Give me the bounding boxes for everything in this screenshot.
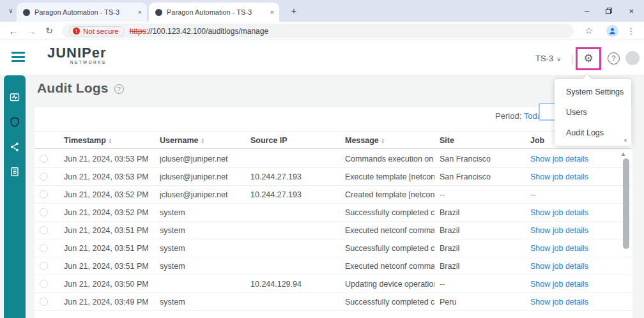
row-radio-button[interactable] bbox=[40, 208, 48, 216]
cell-source-ip bbox=[250, 239, 340, 257]
cell-username: jcluser@juniper.net bbox=[160, 168, 245, 186]
cell-message: Executed netconf command on d... bbox=[345, 257, 434, 275]
cell-username: jcluser@juniper.net bbox=[160, 150, 245, 168]
row-radio-button[interactable] bbox=[40, 280, 48, 288]
environment-label: TS-3 bbox=[535, 54, 553, 63]
sidebar-item-topology-share[interactable] bbox=[9, 141, 20, 153]
cell-timestamp: Jun 21, 2024, 03:51 PM bbox=[64, 222, 155, 239]
row-radio-button[interactable] bbox=[40, 226, 48, 234]
column-header-source-ip: Source IP bbox=[250, 132, 340, 149]
url-rest: ://100.123.42.100/auditlogs/manage bbox=[146, 27, 268, 36]
cell-timestamp: Jun 21, 2024, 03:50 PM bbox=[64, 275, 155, 293]
cell-site: Brazil bbox=[440, 257, 525, 275]
cell-site: Peru bbox=[440, 293, 525, 311]
job-details-link[interactable]: Show job details bbox=[530, 150, 626, 168]
url-scheme: https bbox=[130, 27, 146, 36]
cell-source-ip bbox=[250, 204, 340, 222]
cell-site: San Francisco bbox=[440, 150, 525, 168]
cell-username: system bbox=[160, 257, 245, 275]
cell-message: Successfully completed commit n... bbox=[345, 293, 434, 311]
browser-tab-1[interactable]: Paragon Automation - TS-3 × bbox=[17, 3, 147, 22]
settings-gear-icon[interactable]: ⚙ bbox=[581, 52, 596, 66]
row-radio-button[interactable] bbox=[40, 244, 48, 252]
menu-scroll-down-icon[interactable]: ▼ bbox=[623, 138, 628, 144]
job-details-link[interactable]: Show job details bbox=[530, 239, 626, 257]
cell-source-ip bbox=[250, 257, 340, 275]
juniper-logo[interactable]: JUNIPer NETWORKS bbox=[47, 46, 107, 64]
cell-site: San Francisco bbox=[440, 168, 525, 186]
not-secure-chip[interactable]: ! Not secure bbox=[69, 26, 125, 36]
column-header-username[interactable]: Username▴▾ bbox=[160, 132, 245, 149]
tab-search-icon[interactable]: ∨ bbox=[5, 5, 17, 17]
browser-toolbar: ← → ↻ ! Not secure https://100.123.42.10… bbox=[0, 22, 644, 40]
user-avatar[interactable] bbox=[625, 51, 640, 65]
job-details-link[interactable]: Show job details bbox=[530, 222, 626, 239]
sidebar-item-audit-logs-document[interactable] bbox=[9, 166, 20, 178]
cell-site: Brazil bbox=[440, 239, 525, 257]
sidebar-item-dashboard[interactable] bbox=[9, 91, 20, 103]
close-tab-icon[interactable]: × bbox=[270, 8, 274, 16]
restore-button[interactable] bbox=[606, 8, 612, 14]
minimize-button[interactable]: – bbox=[585, 7, 589, 15]
reload-button[interactable]: ↻ bbox=[42, 22, 56, 40]
sort-icon[interactable]: ▴▾ bbox=[201, 137, 203, 144]
table-row: Jun 21, 2024, 03:52 PMjcluser@juniper.ne… bbox=[34, 186, 632, 204]
cell-source-ip: 10.244.27.193 bbox=[250, 168, 340, 186]
row-radio-button[interactable] bbox=[40, 262, 48, 270]
job-details-link[interactable]: Show job details bbox=[530, 257, 626, 275]
cell-source-ip bbox=[250, 293, 340, 311]
row-radio-button[interactable] bbox=[40, 172, 48, 181]
help-icon[interactable]: ? bbox=[608, 52, 620, 64]
cell-timestamp: Jun 21, 2024, 03:52 PM bbox=[64, 204, 155, 222]
row-radio-button[interactable] bbox=[40, 190, 48, 199]
environment-selector[interactable]: TS-3∨ bbox=[535, 54, 561, 63]
row-radio-button[interactable] bbox=[40, 155, 48, 163]
scrollbar-up-icon[interactable]: ▲ bbox=[620, 151, 626, 157]
page-title-row: Audit Logs ? bbox=[37, 80, 124, 96]
window-controls: – × bbox=[585, 0, 644, 22]
bookmark-star-icon[interactable]: ☆ bbox=[585, 22, 593, 40]
page-help-icon[interactable]: ? bbox=[114, 84, 124, 94]
cell-timestamp: Jun 21, 2024, 03:52 PM bbox=[64, 186, 155, 204]
menu-item-audit-logs[interactable]: Audit Logs bbox=[555, 123, 631, 143]
menu-item-users[interactable]: Users bbox=[555, 102, 631, 123]
hamburger-menu-icon[interactable] bbox=[12, 52, 25, 62]
cell-username: system bbox=[160, 293, 245, 311]
table-row: Jun 21, 2024, 03:51 PMsystemExecuted net… bbox=[34, 222, 632, 239]
job-details-link[interactable]: Show job details bbox=[530, 168, 626, 186]
new-tab-button[interactable]: + bbox=[287, 4, 301, 18]
url-text: https://100.123.42.100/auditlogs/manage bbox=[130, 27, 269, 36]
close-window-button[interactable]: × bbox=[629, 7, 634, 15]
cell-site: Brazil bbox=[440, 222, 525, 239]
close-tab-icon[interactable]: × bbox=[138, 8, 142, 16]
job-details-link[interactable]: Show job details bbox=[530, 275, 626, 293]
browser-tab-2[interactable]: Paragon Automation - TS-3 × bbox=[149, 3, 279, 22]
table-row: Jun 21, 2024, 03:51 PMsystemExecuted net… bbox=[34, 257, 632, 275]
forward-button[interactable]: → bbox=[24, 22, 38, 40]
cell-username: system bbox=[160, 239, 245, 257]
table-row: Jun 21, 2024, 03:49 PMsystemSuccessfully… bbox=[34, 293, 632, 311]
cell-message: Updating device operational stat... bbox=[345, 275, 434, 293]
back-button[interactable]: ← bbox=[6, 22, 20, 40]
sort-icon[interactable]: ▴▾ bbox=[382, 137, 384, 144]
job-details-link[interactable]: Show job details bbox=[530, 293, 626, 311]
table-body: Jun 21, 2024, 03:53 PMjcluser@juniper.ne… bbox=[34, 150, 632, 311]
job-details-link[interactable]: Show job details bbox=[530, 204, 626, 222]
menu-item-system-settings[interactable]: System Settings bbox=[555, 82, 631, 102]
sidebar-item-security-shield[interactable] bbox=[9, 116, 20, 128]
row-radio-button[interactable] bbox=[40, 298, 48, 306]
cell-site: -- bbox=[440, 186, 525, 204]
column-header-timestamp[interactable]: Timestamp▴▾ bbox=[64, 132, 155, 149]
cell-site: -- bbox=[440, 275, 525, 293]
browser-menu-icon[interactable]: ⋮ bbox=[627, 22, 635, 40]
person-icon bbox=[608, 27, 617, 35]
browser-profile-avatar[interactable] bbox=[606, 25, 618, 37]
cell-timestamp: Jun 21, 2024, 03:51 PM bbox=[64, 239, 155, 257]
address-bar[interactable]: ! Not secure https://100.123.42.100/audi… bbox=[63, 24, 574, 38]
sort-icon[interactable]: ▴▾ bbox=[109, 137, 111, 144]
cell-message: Successfully completed commit n... bbox=[345, 239, 434, 257]
table-row: Jun 21, 2024, 03:52 PMsystemSuccessfully… bbox=[34, 204, 632, 222]
table-scrollbar-thumb[interactable] bbox=[623, 158, 629, 249]
column-header-message[interactable]: Message▴▾ bbox=[345, 132, 434, 149]
cell-timestamp: Jun 21, 2024, 03:51 PM bbox=[64, 257, 155, 275]
